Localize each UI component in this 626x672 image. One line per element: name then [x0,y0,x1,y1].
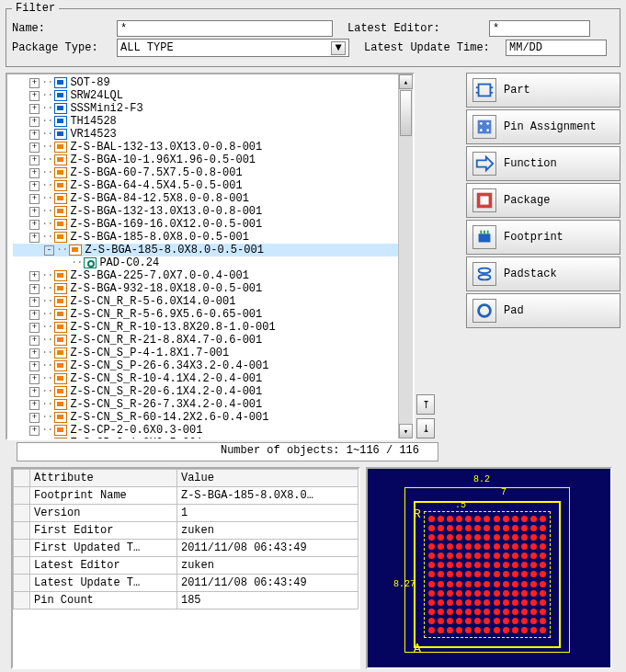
attr-cell: First Editor [30,522,177,540]
expand-icon[interactable]: + [29,310,40,320]
function-icon [472,152,496,176]
tree-item[interactable]: +··SRW24LQL [13,89,398,102]
pin-assignment-button[interactable]: Pin Assignment [466,109,620,144]
expand-icon[interactable]: + [29,336,40,346]
expand-icon[interactable]: + [29,220,40,230]
table-row[interactable]: Latest Update T…2011/11/08 06:43:49 [14,575,359,592]
tree-item[interactable]: +··Z-S-BGA-64-4.5X4.5-0.5-001 [13,179,398,192]
scroll-thumb[interactable] [400,90,412,136]
tree-item[interactable]: +··Z-S-CN_S_R-10-4.1X4.2-0.4-001 [13,372,398,385]
padstack-button[interactable]: Padstack [466,256,620,291]
tree-item[interactable]: +··Z-S-CN_S_R-26-7.3X4.2-0.4-001 [13,398,398,411]
tree-item[interactable]: +··Z-S-CN_R_R-5-6.9X5.6-0.65-001 [13,308,398,321]
move-top-button[interactable]: ⤒ [416,394,435,415]
package-type-select[interactable]: ALL TYPE ▼ [117,39,349,57]
tree-item[interactable]: +··Z-S-BGA-225-7.0X7.0-0.4-001 [13,269,398,282]
table-row[interactable]: Footprint NameZ-S-BGA-185-8.0X8.0… [14,487,359,505]
table-row[interactable]: Pin Count185 [14,592,359,609]
name-label: Name: [12,22,113,35]
expand-icon[interactable]: + [29,361,40,371]
latest-editor-input[interactable] [489,20,590,37]
function-button[interactable]: Function [466,146,620,181]
expand-icon[interactable]: + [29,155,40,165]
expand-icon[interactable]: + [29,91,40,101]
pad-icon [472,299,496,323]
tree-item[interactable]: -··Z-S-BGA-185-8.0X8.0-0.5-001 [13,244,398,256]
expand-icon[interactable]: + [29,142,40,153]
expand-icon[interactable]: + [29,426,40,436]
tree-item[interactable]: +··Z-S-BGA-132-13.0X13.0-0.8-001 [13,205,398,218]
expand-icon[interactable]: + [29,297,40,307]
tree-item[interactable]: +··SSSMini2-F3 [13,102,398,115]
tree-item[interactable]: +··Z-S-CN_S_R-60-14.2X2.6-0.4-001 [13,411,398,424]
expand-icon[interactable]: + [29,374,40,384]
expand-icon[interactable]: + [29,117,40,127]
table-row[interactable]: First Updated T…2011/11/08 06:43:49 [14,540,359,557]
tree-item[interactable]: +··Z-S-CN_R_R-10-13.8X20.8-1.0-001 [13,321,398,334]
object-tree[interactable]: +··SOT-89+··SRW24LQL+··SSSMini2-F3+··TH1… [6,73,415,440]
part-button[interactable]: Part [466,73,620,108]
scroll-up-icon[interactable]: ▴ [399,74,413,89]
tree-item[interactable]: +··Z-S-BGA-932-18.0X18.0-0.5-001 [13,282,398,295]
value-cell: zuken [176,522,358,540]
scroll-down-icon[interactable]: ▾ [399,424,413,439]
package-button[interactable]: Package [466,183,620,218]
tree-item-label: Z-S-CN_S_P-26-6.34X3.2-0.4-001 [70,359,268,372]
tree-item[interactable]: +··Z-S-BGA-10-1.96X1.96-0.5-001 [13,154,398,166]
expand-icon[interactable]: + [29,323,40,333]
tree-item-label: Z-S-BGA-185-8.0X8.0-0.5-001 [70,231,248,244]
expand-icon[interactable]: + [29,194,40,204]
svg-rect-11 [480,196,488,204]
tree-item[interactable]: +··Z-S-BGA-60-7.5X7.5-0.8-001 [13,166,398,179]
orange-icon [54,347,67,359]
chevron-down-icon[interactable]: ▼ [331,41,346,55]
tree-item-label: Z-S-CN_S_R-60-14.2X2.6-0.4-001 [70,411,268,424]
expand-icon[interactable]: + [29,168,40,178]
tree-item[interactable]: +··Z-S-BGA-84-12.5X8.0-0.8-001 [13,192,398,205]
expand-icon[interactable]: + [29,181,40,191]
orange-icon [54,219,67,230]
move-bottom-button[interactable]: ⤓ [416,418,435,439]
tree-item[interactable]: +··VR14523 [13,128,398,141]
expand-icon[interactable]: + [29,348,40,359]
expand-icon[interactable]: + [29,233,40,243]
tree-item[interactable]: +··Z-S-CP-2-0.6X0.3-001 [13,424,398,437]
tree-item[interactable]: +··Z-S-CP-2-1.0X0.5-001 [13,437,398,439]
table-row[interactable]: Version1 [14,505,359,522]
footprint-button[interactable]: Footprint [466,220,620,255]
tree-item[interactable]: +··Z-S-CN_S_P-4-1.8X1.7-001 [13,347,398,359]
expand-icon[interactable]: + [29,104,40,114]
expand-icon[interactable]: + [29,439,40,439]
table-row[interactable]: Latest Editorzuken [14,557,359,575]
tree-item[interactable]: +··Z-S-BAL-132-13.0X13.0-0.8-001 [13,141,398,154]
expand-icon[interactable]: + [29,130,40,140]
expand-icon[interactable]: + [29,400,40,410]
value-cell: Z-S-BGA-185-8.0X8.0… [176,487,358,505]
scrollbar-vertical[interactable]: ▴ ▾ [398,74,413,439]
tree-item-label: Z-S-CN_S_R-10-4.1X4.2-0.4-001 [70,372,262,385]
pad-button[interactable]: Pad [466,293,620,328]
tree-item[interactable]: +··TH14528 [13,115,398,128]
latest-update-input[interactable] [506,40,607,56]
tree-item[interactable]: +··SOT-89 [13,76,398,89]
expand-icon[interactable]: + [29,271,40,281]
expand-icon[interactable]: + [29,413,40,423]
expand-icon[interactable]: + [29,284,40,294]
expand-icon[interactable]: + [29,78,40,88]
expand-icon[interactable]: + [29,387,40,397]
name-input[interactable] [117,20,333,37]
tree-item[interactable]: +··Z-S-CN_R_R-21-8.8X4.7-0.6-001 [13,334,398,347]
tree-item[interactable]: +··Z-S-CN_R_R-5-6.0X14.0-001 [13,295,398,308]
part-icon [472,78,496,102]
tree-item[interactable]: +··Z-S-CN_S_P-26-6.34X3.2-0.4-001 [13,359,398,372]
tree-item[interactable]: +··Z-S-BGA-185-8.0X8.0-0.5-001 [13,231,398,244]
table-row[interactable]: First Editorzuken [14,522,359,540]
expand-icon[interactable]: - [44,245,54,256]
tree-item[interactable]: +··Z-S-BGA-169-16.0X12.0-0.5-001 [13,218,398,231]
tree-item-label: PAD-C0.24 [99,256,159,269]
value-header: Value [176,470,358,487]
expand-icon[interactable]: + [29,207,40,217]
tree-item[interactable]: ··PAD-C0.24 [13,256,398,269]
attribute-table: Attribute Value Footprint NameZ-S-BGA-18… [11,467,360,669]
tree-item[interactable]: +··Z-S-CN_S_R-20-6.1X4.2-0.4-001 [13,385,398,398]
